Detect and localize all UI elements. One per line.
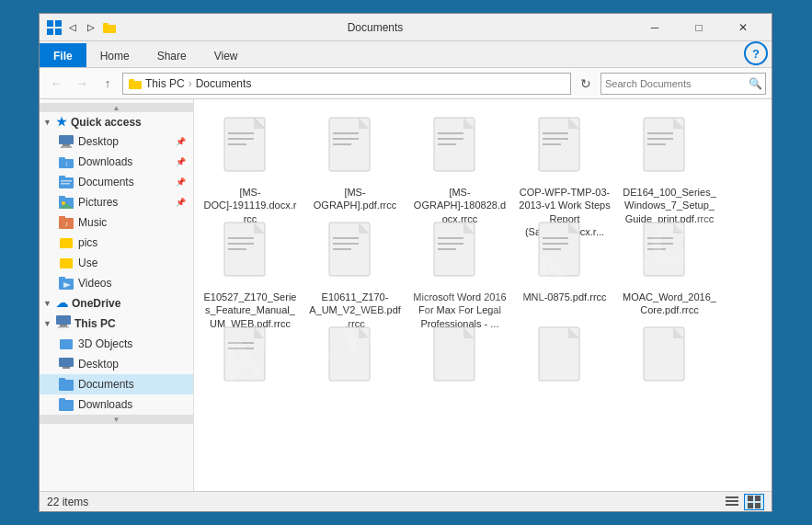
pics-icon	[58, 235, 74, 250]
quick-access-arrow: ▼	[43, 118, 54, 127]
sidebar-item-3d-objects[interactable]: 3D Objects	[40, 334, 193, 354]
svg-rect-107	[755, 496, 761, 501]
file-item[interactable]: E10611_Z170-A_UM_V2_WEB.pdf.rrcc	[304, 213, 406, 314]
file-item[interactable]	[514, 318, 615, 419]
list-view-button[interactable]	[722, 494, 742, 510]
svg-rect-55	[438, 143, 456, 145]
sidebar-this-pc-header[interactable]: ▼ This PC	[40, 313, 193, 334]
sidebar-item-desktop-pc[interactable]: Desktop	[40, 354, 193, 374]
sidebar-downloads-pc-label: Downloads	[78, 398, 132, 411]
sidebar: ▲ ▼ ★ Quick access Desktop 📌	[40, 99, 194, 491]
close-button[interactable]: ✕	[722, 14, 764, 41]
sidebar-videos-label: Videos	[78, 277, 111, 290]
sidebar-quick-access-header[interactable]: ▼ ★ Quick access	[40, 112, 193, 131]
onedrive-cloud-icon: ☁	[56, 296, 68, 310]
file-item[interactable]	[409, 318, 510, 419]
file-item[interactable]: DE164_100_Series_Windows_7_Setup_Guide_p…	[619, 108, 720, 210]
file-item[interactable]: MOAC_Word_2016_Core.pdf.rrcc	[619, 213, 720, 314]
ribbon-tabs: File Home Share View ?	[40, 41, 772, 67]
svg-rect-35	[63, 367, 70, 369]
view-controls	[722, 494, 764, 510]
downloads-icon: ↓	[58, 154, 74, 169]
sidebar-item-downloads-pc[interactable]: Downloads	[40, 394, 193, 415]
refresh-button[interactable]: ↻	[575, 73, 597, 95]
tab-home[interactable]: Home	[86, 43, 143, 67]
search-icon[interactable]: 🔍	[745, 74, 765, 94]
title-bar-icons: ◁ ▷	[47, 20, 117, 35]
file-item[interactable]	[200, 318, 301, 419]
file-icon	[430, 221, 489, 287]
pin-icon-2: 📌	[176, 157, 186, 166]
svg-rect-45	[228, 143, 246, 145]
svg-rect-0	[47, 20, 53, 27]
file-item[interactable]: E10527_Z170_Series_Feature_Manual_UM_WEB…	[200, 213, 301, 314]
svg-rect-16	[61, 180, 72, 182]
sidebar-item-use[interactable]: Use	[40, 253, 193, 273]
search-box: 🔍	[600, 73, 766, 95]
tab-view[interactable]: View	[200, 43, 252, 67]
sidebar-documents-label: Documents	[78, 176, 134, 188]
svg-rect-88	[647, 237, 673, 239]
3d-objects-icon	[58, 337, 74, 351]
sidebar-item-documents-pc[interactable]: Documents	[40, 374, 193, 394]
svg-rect-85	[543, 248, 561, 250]
sidebar-use-label: Use	[78, 257, 97, 269]
help-button[interactable]: ?	[744, 41, 768, 65]
file-item[interactable]: COP-WFP-TMP-03-2013-v1 Work Steps Report…	[514, 108, 615, 210]
tab-share[interactable]: Share	[143, 43, 200, 67]
pin-icon: 📌	[176, 137, 186, 146]
svg-rect-106	[748, 496, 753, 501]
folder-icon	[102, 20, 117, 35]
onedrive-arrow: ▼	[43, 299, 54, 308]
search-input[interactable]	[601, 78, 745, 89]
grid-view-button[interactable]	[744, 494, 764, 510]
sidebar-music-label: Music	[78, 216, 107, 229]
back-button[interactable]: ←	[45, 73, 67, 95]
scroll-down-indicator[interactable]: ▼	[40, 415, 193, 424]
breadcrumb[interactable]: This PC › Documents	[122, 73, 571, 95]
sidebar-desktop-pc-label: Desktop	[78, 358, 119, 371]
svg-rect-3	[55, 29, 62, 35]
svg-rect-83	[543, 237, 568, 239]
svg-rect-17	[61, 183, 70, 185]
this-pc-icon	[56, 315, 71, 331]
sidebar-item-documents[interactable]: Documents 📌	[40, 172, 193, 192]
svg-rect-109	[755, 503, 761, 508]
file-item[interactable]: [MS-DOC]-191119.docx.rrcc	[200, 108, 301, 210]
sidebar-item-music[interactable]: ♪ Music	[40, 212, 193, 233]
file-area: ANTISPYWA..COM [MS	[194, 99, 772, 491]
file-item[interactable]: MNL-0875.pdf.rrcc	[514, 213, 615, 314]
file-icon	[535, 116, 594, 182]
forward-button[interactable]: →	[71, 73, 93, 95]
sidebar-item-downloads[interactable]: ↓ Downloads 📌	[40, 152, 193, 172]
svg-rect-19	[59, 196, 65, 200]
sidebar-item-pictures[interactable]: Pictures 📌	[40, 192, 193, 212]
file-item[interactable]: Microsoft Word 2016 For Max For Legal Pr…	[409, 213, 510, 314]
file-item[interactable]: [MS-OGRAPH]-180828.docx.rrcc	[409, 108, 510, 210]
file-item[interactable]: [MS-OGRAPH].pdf.rrcc	[304, 108, 406, 210]
svg-rect-44	[228, 138, 254, 140]
sidebar-onedrive-header[interactable]: ▼ ☁ OneDrive	[40, 293, 193, 313]
svg-rect-64	[647, 138, 673, 140]
file-item[interactable]	[619, 318, 720, 419]
svg-rect-59	[543, 138, 568, 140]
svg-rect-49	[333, 138, 359, 140]
svg-rect-60	[543, 143, 561, 145]
quick-access-star-icon: ★	[56, 115, 67, 129]
svg-rect-31	[60, 325, 67, 326]
maximize-button[interactable]: □	[678, 14, 720, 41]
breadcrumb-documents: Documents	[196, 77, 252, 90]
svg-rect-75	[333, 248, 351, 250]
minimize-button[interactable]: ─	[634, 14, 676, 41]
desktop-pc-icon	[58, 357, 74, 371]
file-item[interactable]	[304, 318, 406, 419]
tab-file[interactable]: File	[40, 43, 86, 67]
svg-rect-25	[60, 238, 73, 248]
sidebar-item-desktop[interactable]: Desktop 📌	[40, 131, 193, 152]
sidebar-item-pics[interactable]: pics	[40, 233, 193, 253]
up-button[interactable]: ↑	[97, 73, 119, 95]
svg-rect-33	[60, 339, 73, 349]
svg-text:♪: ♪	[64, 220, 68, 228]
sidebar-item-videos[interactable]: Videos	[40, 273, 193, 293]
scroll-up-indicator[interactable]: ▲	[40, 103, 193, 112]
